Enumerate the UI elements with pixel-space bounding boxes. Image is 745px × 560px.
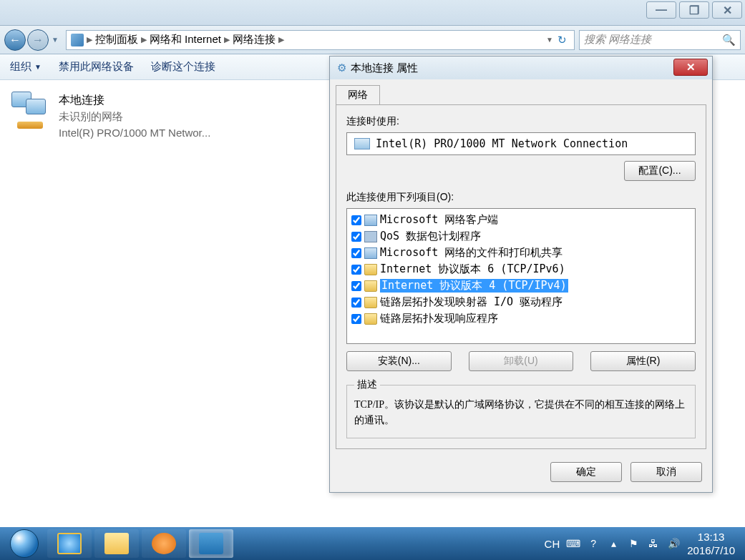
- organize-menu[interactable]: 组织 ▼: [10, 60, 42, 74]
- taskbar-ie[interactable]: [47, 529, 92, 558]
- protocol-checkbox[interactable]: [351, 215, 361, 225]
- protocol-label: Microsoft 网络的文件和打印机共享: [380, 246, 563, 260]
- help-icon[interactable]: ?: [587, 538, 600, 549]
- connection-status: 未识别的网络: [59, 109, 210, 125]
- media-player-icon: [152, 533, 176, 554]
- connection-adapter: Intel(R) PRO/1000 MT Networ...: [59, 125, 210, 142]
- protocol-item[interactable]: Internet 协议版本 4 (TCP/IPv4): [349, 277, 693, 294]
- window-controls: — ❐ ✕: [646, 1, 742, 19]
- protocol-checkbox[interactable]: [351, 248, 361, 258]
- protocol-label: Internet 协议版本 4 (TCP/IPv4): [380, 279, 568, 293]
- breadcrumb-item[interactable]: 网络和 Internet: [150, 33, 221, 46]
- protocol-checkbox[interactable]: [351, 298, 361, 308]
- chevron-right-icon: ▶: [278, 35, 284, 44]
- connection-item[interactable]: 本地连接 未识别的网络 Intel(R) PRO/1000 MT Networ.…: [7, 87, 308, 145]
- client-icon: [364, 215, 377, 226]
- system-tray: CH ⌨ ? ▴ ⚑ 🖧 🔊 13:13 2016/7/10: [545, 530, 742, 558]
- adapter-box: Intel(R) PRO/1000 MT Network Connection: [346, 132, 696, 155]
- uninstall-button: 卸载(U): [469, 351, 574, 371]
- search-input[interactable]: 搜索 网络连接 🔍: [579, 30, 741, 50]
- dialog-titlebar[interactable]: ⚙ 本地连接 属性 ✕: [330, 57, 712, 79]
- forward-button[interactable]: →: [27, 29, 49, 51]
- disable-label: 禁用此网络设备: [59, 60, 134, 74]
- close-button[interactable]: ✕: [712, 1, 742, 19]
- protocol-label: 链路层拓扑发现映射器 I/O 驱动程序: [380, 295, 563, 309]
- breadcrumb-item[interactable]: 控制面板: [95, 33, 138, 46]
- titlebar: — ❐ ✕: [0, 0, 745, 26]
- properties-dialog: ⚙ 本地连接 属性 ✕ 网络 连接时使用: Intel(R) PRO/1000 …: [329, 56, 713, 493]
- search-placeholder: 搜索 网络连接: [584, 33, 651, 46]
- description-legend: 描述: [354, 378, 380, 391]
- history-dropdown[interactable]: ▼: [52, 36, 59, 44]
- protocol-checkbox[interactable]: [351, 314, 361, 324]
- cancel-button[interactable]: 取消: [630, 462, 702, 482]
- chevron-right-icon: ▶: [87, 35, 92, 44]
- dialog-close-button[interactable]: ✕: [673, 59, 708, 76]
- nic-icon: [354, 138, 370, 149]
- configure-button[interactable]: 配置(C)...: [624, 161, 696, 181]
- install-button[interactable]: 安装(N)...: [346, 351, 452, 371]
- tray-arrow-icon[interactable]: ▴: [607, 538, 620, 549]
- network-tray-icon[interactable]: 🖧: [647, 538, 660, 549]
- items-listbox[interactable]: Microsoft 网络客户端QoS 数据包计划程序Microsoft 网络的文…: [346, 208, 696, 344]
- search-icon[interactable]: 🔍: [722, 34, 736, 46]
- protocol-item[interactable]: Microsoft 网络客户端: [349, 212, 693, 228]
- protocol-item[interactable]: 链路层拓扑发现映射器 I/O 驱动程序: [349, 294, 693, 310]
- flag-icon[interactable]: ⚑: [627, 538, 640, 549]
- tab-network[interactable]: 网络: [336, 85, 380, 104]
- protocol-checkbox[interactable]: [351, 281, 361, 291]
- organize-label: 组织: [10, 60, 31, 74]
- protocol-checkbox[interactable]: [351, 232, 361, 242]
- breadcrumb[interactable]: ▶ 控制面板 ▶ 网络和 Internet ▶ 网络连接 ▶ ▼ ↻: [66, 30, 575, 50]
- maximize-button[interactable]: ❐: [679, 1, 709, 19]
- proto-icon: [364, 297, 377, 308]
- folder-icon: [104, 533, 129, 554]
- adapter-name: Intel(R) PRO/1000 MT Network Connection: [376, 137, 628, 150]
- proto-icon: [364, 264, 377, 275]
- network-icon: ⚙: [337, 62, 346, 74]
- ok-button[interactable]: 确定: [550, 462, 622, 482]
- protocol-checkbox[interactable]: [351, 265, 361, 275]
- control-panel-icon: [199, 533, 223, 554]
- language-indicator[interactable]: CH: [545, 538, 560, 550]
- dropdown-icon[interactable]: ▼: [546, 36, 553, 44]
- disable-device-button[interactable]: 禁用此网络设备: [59, 60, 134, 74]
- breadcrumb-item[interactable]: 网络连接: [233, 33, 276, 46]
- time: 13:13: [687, 530, 735, 544]
- tab-panel: 连接时使用: Intel(R) PRO/1000 MT Network Conn…: [336, 104, 706, 449]
- connection-text: 本地连接 未识别的网络 Intel(R) PRO/1000 MT Networ.…: [59, 92, 210, 141]
- network-adapter-icon: [11, 92, 52, 129]
- ie-icon: [57, 533, 82, 554]
- proto-icon: [364, 313, 377, 325]
- control-panel-icon: [71, 34, 84, 46]
- protocol-item[interactable]: Microsoft 网络的文件和打印机共享: [349, 245, 693, 261]
- items-label: 此连接使用下列项目(O):: [346, 191, 696, 204]
- taskbar-media-player[interactable]: [142, 529, 186, 558]
- refresh-icon[interactable]: ↻: [557, 34, 567, 46]
- tab-strip: 网络: [336, 85, 706, 104]
- keyboard-icon[interactable]: ⌨: [567, 538, 580, 549]
- proto-icon: [364, 280, 377, 292]
- start-button[interactable]: [3, 529, 46, 559]
- minimize-button[interactable]: —: [646, 1, 676, 19]
- taskbar-explorer[interactable]: [94, 529, 139, 558]
- volume-icon[interactable]: 🔊: [667, 538, 680, 549]
- date: 2016/7/10: [687, 544, 735, 558]
- qos-icon: [364, 231, 377, 242]
- taskbar: CH ⌨ ? ▴ ⚑ 🖧 🔊 13:13 2016/7/10: [0, 527, 745, 560]
- diagnose-button[interactable]: 诊断这个连接: [151, 60, 215, 74]
- protocol-label: Internet 协议版本 6 (TCP/IPv6): [380, 262, 565, 276]
- dialog-title: 本地连接 属性: [351, 62, 418, 75]
- protocol-item[interactable]: QoS 数据包计划程序: [349, 228, 693, 245]
- protocol-item[interactable]: 链路层拓扑发现响应程序: [349, 310, 693, 327]
- clock[interactable]: 13:13 2016/7/10: [687, 530, 735, 558]
- description-text: TCP/IP。该协议是默认的广域网络协议，它提供在不同的相互连接的网络上的通讯。: [354, 397, 688, 429]
- taskbar-control-panel[interactable]: [189, 529, 233, 558]
- protocol-item[interactable]: Internet 协议版本 6 (TCP/IPv6): [349, 261, 693, 277]
- protocol-label: 链路层拓扑发现响应程序: [380, 312, 498, 325]
- properties-button[interactable]: 属性(R): [590, 351, 696, 371]
- back-button[interactable]: ←: [4, 29, 26, 51]
- windows-orb-icon: [10, 529, 39, 558]
- chevron-right-icon: ▶: [224, 35, 230, 44]
- dialog-body: 网络 连接时使用: Intel(R) PRO/1000 MT Network C…: [330, 79, 712, 455]
